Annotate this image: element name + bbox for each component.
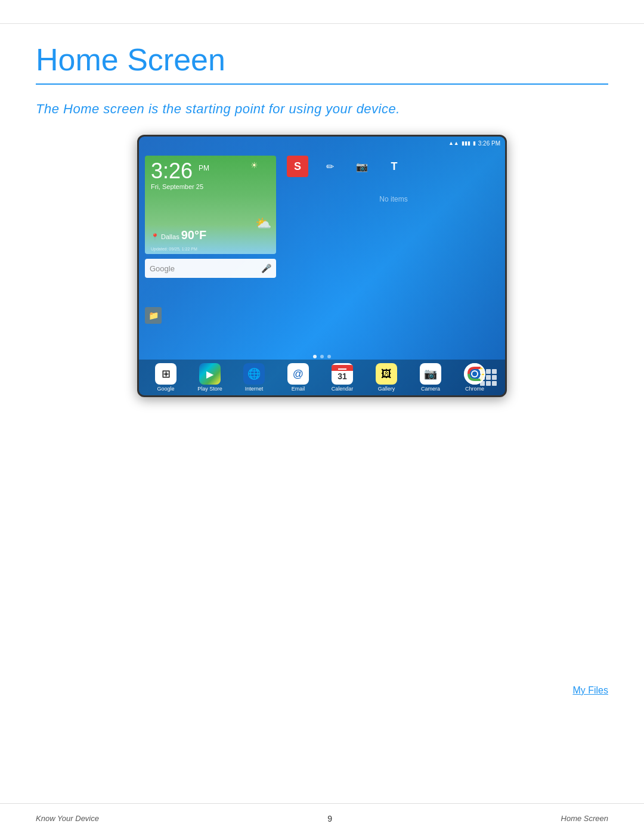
gallery-icon-img: 🖼 <box>376 363 397 385</box>
camera-icon: 📷 <box>424 367 437 380</box>
my-files-icon[interactable]: 📁 <box>145 307 162 324</box>
wifi-icon: ▲▲ <box>448 140 459 146</box>
status-icons: ▲▲ ▮▮▮ ▮ 3:26 PM <box>448 140 500 147</box>
calendar-day: 31 <box>338 371 347 383</box>
signal-icon: ▮▮▮ <box>462 140 470 146</box>
device-container: ▲▲ ▮▮▮ ▮ 3:26 PM 3:26 PM <box>113 135 531 397</box>
right-panel-icons: S ✏ 📷 T <box>287 156 500 177</box>
internet-icon-img: 🌐 <box>243 363 265 385</box>
weather-widget: 3:26 PM Fri, September 25 ☀ ⛅ 📍 Dallas 9… <box>145 156 276 254</box>
email-icon-img: @ <box>287 363 309 385</box>
camera-label: Camera <box>421 386 440 392</box>
battery-icon: ▮ <box>473 140 476 146</box>
screen-dot-3 <box>327 355 331 358</box>
left-panel: 3:26 PM Fri, September 25 ☀ ⛅ 📍 Dallas 9… <box>139 150 282 360</box>
location-pin-icon: 📍 <box>151 233 159 240</box>
clock-ampm: PM <box>199 164 209 172</box>
playstore-label: Play Store <box>197 386 222 392</box>
screen-dots <box>313 355 331 358</box>
playstore-icon-img: ▶ <box>199 363 221 385</box>
screenshot-icon[interactable]: 📷 <box>351 156 373 177</box>
search-bar[interactable]: Google 🎤 <box>145 259 276 278</box>
app-dock: ⊞ Google ▶ Play Store 🌐 <box>139 360 505 395</box>
title-divider <box>36 83 608 85</box>
gallery-label: Gallery <box>378 386 395 392</box>
app-camera[interactable]: 📷 Camera <box>410 363 451 392</box>
folder-icon: 📁 <box>148 311 159 320</box>
screen-dot-1 <box>313 355 317 358</box>
status-time: 3:26 PM <box>478 140 500 147</box>
app-calendar[interactable]: ▬▬ 31 Calendar <box>321 363 363 392</box>
google-text: Google <box>150 264 175 273</box>
app-internet[interactable]: 🌐 Internet <box>233 363 275 392</box>
globe-icon: 🌐 <box>247 367 261 380</box>
app-google[interactable]: ⊞ Google <box>145 363 187 392</box>
weather-time-display: 3:26 PM Fri, September 25 <box>151 160 209 190</box>
page-content: Home Screen The Home screen is the start… <box>0 24 644 397</box>
google-icon-img: ⊞ <box>155 363 177 385</box>
weather-temp: 📍 Dallas 90°F <box>151 228 206 242</box>
page-title: Home Screen <box>36 42 608 78</box>
calendar-label: Calendar <box>332 386 354 392</box>
t-icon[interactable]: T <box>383 156 405 177</box>
camera-icon-img: 📷 <box>420 363 441 385</box>
svg-point-22 <box>472 371 477 376</box>
footer-page-number: 9 <box>327 814 332 823</box>
my-files-link[interactable]: My Files <box>572 685 608 696</box>
app-email[interactable]: @ Email <box>277 363 319 392</box>
email-at-icon: @ <box>293 368 304 380</box>
header-bar <box>0 0 644 24</box>
weather-temperature: 90°F <box>181 228 206 241</box>
calendar-icon-img: ▬▬ 31 <box>332 363 353 385</box>
footer-left-text: Know Your Device <box>36 814 99 823</box>
app-play-store[interactable]: ▶ Play Store <box>189 363 231 392</box>
google-label: Google <box>157 386 174 392</box>
calendar-header: ▬▬ <box>338 366 346 370</box>
clock-time: 3:26 <box>151 159 193 183</box>
apps-grid-button[interactable] <box>478 367 499 388</box>
mic-icon[interactable]: 🎤 <box>261 264 271 273</box>
page-footer: Know Your Device 9 Home Screen <box>0 803 644 833</box>
page-subtitle: The Home screen is the starting point fo… <box>36 101 608 117</box>
screen-dot-2 <box>320 355 324 358</box>
clock-date: Fri, September 25 <box>151 183 209 190</box>
pen-icon[interactable]: ✏ <box>319 156 340 177</box>
my-files-area: 📁 <box>145 307 162 324</box>
no-items-label: No items <box>287 195 500 203</box>
right-panel: S ✏ 📷 T No items <box>282 150 505 360</box>
email-label: Email <box>292 386 305 392</box>
footer-right-text: Home Screen <box>561 814 608 823</box>
status-bar: ▲▲ ▮▮▮ ▮ 3:26 PM <box>139 137 505 150</box>
app-gallery[interactable]: 🖼 Gallery <box>366 363 407 392</box>
playstore-triangle-icon: ▶ <box>206 368 213 380</box>
tablet-frame: ▲▲ ▮▮▮ ▮ 3:26 PM 3:26 PM <box>137 135 507 397</box>
weather-location: Dallas <box>161 233 179 240</box>
google-grid-icon: ⊞ <box>162 367 171 380</box>
internet-label: Internet <box>245 386 264 392</box>
gallery-icon: 🖼 <box>381 368 392 380</box>
tablet-screen: ▲▲ ▮▮▮ ▮ 3:26 PM 3:26 PM <box>139 137 505 395</box>
s-note-icon[interactable]: S <box>287 156 308 177</box>
sun-icon: ☀ <box>250 160 258 170</box>
weather-updated: Updated: 09/25, 1:22 PM <box>151 247 197 251</box>
cloud-icon: ⛅ <box>255 216 271 231</box>
